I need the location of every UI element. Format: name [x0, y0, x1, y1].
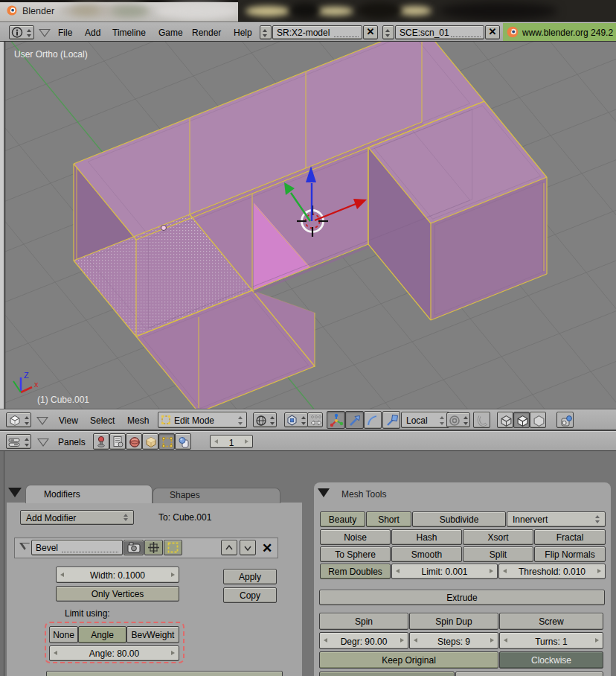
svg-text:x: x: [34, 380, 39, 389]
svg-text:User Ortho (Local): User Ortho (Local): [14, 49, 88, 60]
svg-text:Z: Z: [24, 371, 29, 380]
svg-text:(1) Cube.001: (1) Cube.001: [37, 395, 89, 405]
